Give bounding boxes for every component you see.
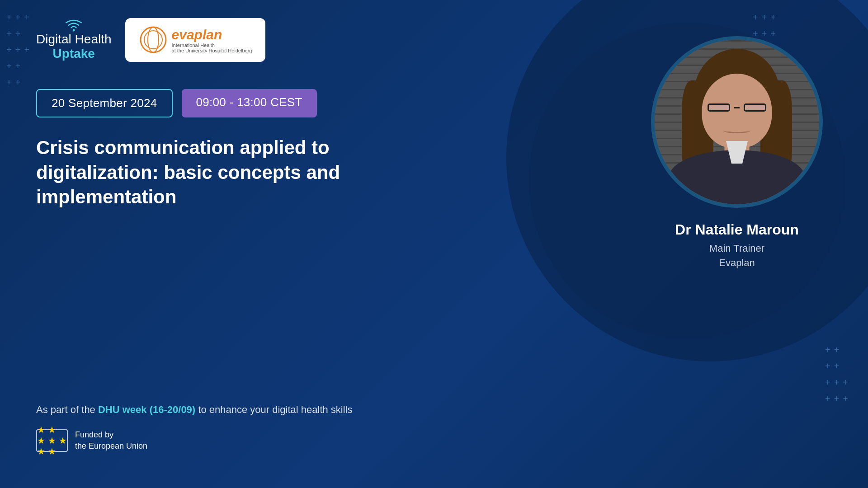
evaplan-logo: evaplan International Health at the Univ… xyxy=(125,18,266,62)
speaker-name: Dr Natalie Maroun xyxy=(675,221,799,238)
evaplan-logo-name: evaplan xyxy=(172,27,252,42)
speaker-photo xyxy=(651,36,823,208)
wifi-icon xyxy=(65,19,83,32)
dhu-logo-text-line1: Digital Health xyxy=(36,32,112,47)
date-badge: 20 September 2024 xyxy=(36,89,173,117)
evaplan-logo-icon xyxy=(139,25,168,55)
dhu-logo: Digital Health Uptake xyxy=(36,19,112,61)
speaker-organization: Evaplan xyxy=(719,257,755,269)
speaker-role: Main Trainer xyxy=(709,243,764,254)
dhu-logo-text-line2: Uptake xyxy=(36,47,112,61)
svg-point-0 xyxy=(73,29,75,31)
speaker-section: Dr Natalie Maroun Main Trainer Evaplan xyxy=(651,36,823,269)
svg-point-2 xyxy=(144,31,162,49)
evaplan-subtitle-line1: International Health xyxy=(172,42,252,48)
evaplan-subtitle-line2: at the University Hospital Heidelberg xyxy=(172,48,252,53)
event-title: Crisis communication applied to digitali… xyxy=(36,136,362,210)
time-badge: 09:00 - 13:00 CEST xyxy=(182,89,317,117)
